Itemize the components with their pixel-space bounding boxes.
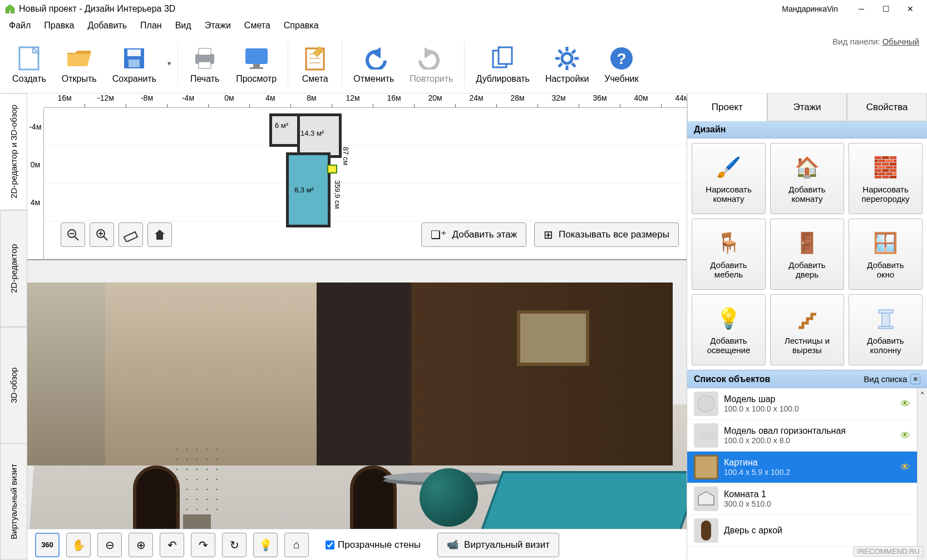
home-button[interactable] [147,222,172,247]
settings-button[interactable]: Настройки [538,41,596,86]
room-label: 14,3 м² [300,129,324,137]
obj-dim: 100.4 x 5.9 x 100.2 [724,468,790,477]
list-item[interactable]: Модель овал горизонтальная100.0 x 200.0 … [687,420,917,452]
draw-partition-button[interactable]: 🧱Нарисоватьперегородку [849,143,923,214]
estimate-label: Смета [302,74,328,84]
menu-help[interactable]: Справка [277,19,326,32]
menu-add[interactable]: Добавить [81,19,134,32]
l2: комнату [713,194,744,204]
virtual-visit-button[interactable]: 📹 Виртуальный визит [437,533,559,557]
open-button[interactable]: Открыть [54,41,105,86]
tab-floors[interactable]: Этажи [767,93,847,121]
add-room-button[interactable]: 🏠Добавитькомнату [770,143,844,214]
zoom-in-button[interactable] [90,222,114,247]
save-dropdown[interactable]: ▾ [164,60,174,67]
menu-view[interactable]: Вид [169,19,198,32]
measure-button[interactable] [119,222,143,247]
selection-handle[interactable] [327,165,337,174]
print-button[interactable]: Печать [181,41,228,86]
tab-2d[interactable]: 2D-редактор [0,210,27,327]
label-360: 360 [41,541,53,549]
l1: Нарисовать [862,185,908,194]
toolbar: Создать Открыть Сохранить ▾ Печать Просм… [0,33,927,93]
reset-view-button[interactable]: ↻ [222,533,246,557]
preview-button[interactable]: Просмотр [228,41,284,86]
list-item[interactable]: Дверь с аркой [687,515,917,547]
create-button[interactable]: Создать [4,41,54,86]
list-view-toggle[interactable]: ≡ [910,374,920,384]
watermark: IRECOMMEND.RU [853,546,924,557]
h-tick: 40м [620,93,662,107]
canvas-3d[interactable]: 360 ✋ ⊖ ⊕ ↶ ↷ ↻ 💡 ⌂ Прозрачные стены 📹 В… [27,260,687,560]
stairs-cutouts-button[interactable]: Лестницы ивырезы [770,294,844,365]
floorplan[interactable]: 6 м² 14,3 м² 8,3 м² 359,9 см 87 см [269,113,358,230]
undo-button[interactable]: Отменить [346,41,402,86]
room-label: 8,3 м² [294,186,314,194]
h-tick: -4м [167,93,209,107]
h-tick: 16м [373,93,415,107]
add-door-button[interactable]: 🚪Добавитьдверь [770,219,844,290]
transparent-walls-checkbox[interactable] [326,541,334,549]
transparent-walls-toggle[interactable]: Прозрачные стены [326,539,421,551]
rotate-left-button[interactable]: ↶ [160,533,184,557]
tab-virtual[interactable]: Виртуальный визит [0,443,27,560]
minimize-button[interactable]: ─ [849,1,874,17]
menu-plan[interactable]: План [134,19,169,32]
h-tick: 44м [662,93,687,107]
object-list[interactable]: Модель шар100.0 x 100.0 x 100.0 👁 Модель… [687,388,917,560]
tab-2d-3d[interactable]: 2D-редактор и 3D-обзор [0,93,27,210]
pan-button[interactable]: ✋ [66,533,91,557]
zoom-in-3d-button[interactable]: ⊕ [129,533,153,557]
rotate-right-button[interactable]: ↷ [191,533,215,557]
tab-project[interactable]: Проект [687,93,767,121]
save-button[interactable]: Сохранить [105,41,165,86]
redo-button[interactable]: Повторить [402,41,461,86]
close-button[interactable]: ✕ [898,1,923,17]
menu-file[interactable]: Файл [2,19,37,32]
zoom-out-button[interactable] [61,222,85,247]
list-item[interactable]: Комната 1300.0 x 510.0 [687,483,917,515]
svg-marker-38 [155,230,165,240]
scrollbar[interactable]: ^ [917,388,927,560]
h-tick: -12м [85,93,126,107]
obj-name: Модель шар [724,394,799,404]
l1: Лестницы и [785,336,830,345]
draw-room-button[interactable]: 🖌️Нарисоватькомнату [692,143,766,214]
l2: комнату [791,194,822,204]
svg-rect-41 [879,326,893,329]
l2: перегородку [862,194,910,204]
add-column-button[interactable]: Добавитьколонну [849,294,923,365]
add-furniture-button[interactable]: 🪑Добавитьмебель [692,219,766,290]
print-icon [189,43,220,74]
add-window-button[interactable]: 🪟Добавитьокно [849,219,923,290]
picture-frame [517,310,589,366]
visibility-icon[interactable]: 👁 [900,398,910,410]
list-view-label: Вид списка [864,374,907,384]
estimate-button[interactable]: Смета [292,41,338,86]
visibility-icon[interactable]: 👁 [900,462,910,473]
app-logo-icon [4,3,16,14]
visibility-icon[interactable]: 👁 [900,430,910,442]
canvas-2d[interactable]: 16м -12м -8м -4м 0м 4м 8м 12м 16м 20м 24… [27,93,687,260]
svg-line-26 [559,63,562,67]
home-3d-button[interactable]: ⌂ [284,533,309,557]
add-floor-button[interactable]: ❏⁺ Добавить этаж [421,222,527,247]
maximize-button[interactable]: ☐ [874,1,898,17]
tutorial-button[interactable]: ? Учебник [596,41,646,86]
add-lighting-button[interactable]: 💡Добавитьосвещение [692,294,766,365]
zoom-out-3d-button[interactable]: ⊖ [97,533,122,557]
room-plus-icon: 🏠 [793,153,821,181]
view-360-button[interactable]: 360 [35,533,60,557]
panelmode-link[interactable]: Обычный [882,37,919,46]
list-item[interactable]: Модель шар100.0 x 100.0 x 100.0 👁 [687,388,917,420]
show-all-dims-button[interactable]: ⊞ Показывать все размеры [534,222,679,247]
menu-floors[interactable]: Этажи [198,19,238,32]
duplicate-button[interactable]: Дублировать [468,41,537,86]
tab-3d[interactable]: 3D-обзор [0,327,27,444]
lighting-button[interactable]: 💡 [253,533,278,557]
menu-estimate[interactable]: Смета [238,19,277,32]
menu-edit[interactable]: Правка [37,19,81,32]
list-item-selected[interactable]: Картина100.4 x 5.9 x 100.2 👁 [687,452,917,483]
l1: Добавить [788,260,825,270]
tab-properties[interactable]: Свойства [847,93,927,121]
